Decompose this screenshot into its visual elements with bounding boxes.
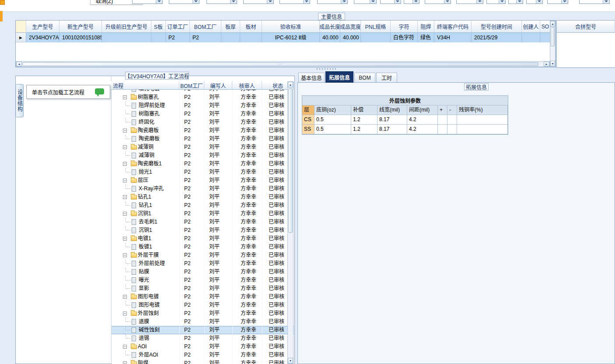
tree-row[interactable]: −沉铜1P2刘平方幸幸已审核: [112, 210, 294, 218]
tree-row[interactable]: 钻孔1P2刘平方幸幸已审核: [112, 201, 294, 210]
tree-row[interactable]: X-Ray冲孔P2刘平方幸幸已审核: [112, 185, 294, 193]
toolbar-combo-14[interactable]: [547, 0, 568, 4]
tab-bom[interactable]: BOM: [354, 73, 375, 82]
tree-row[interactable]: −电镀1P2刘平方幸幸已审核: [112, 234, 294, 243]
toolbar-combo-6[interactable]: [354, 0, 377, 4]
main-grid-cell-10[interactable]: 40.000: [340, 33, 361, 42]
collapse-icon[interactable]: −: [123, 178, 127, 182]
collapse-icon[interactable]: −: [123, 237, 127, 241]
main-grid-cell-12[interactable]: 白色字符: [391, 33, 418, 42]
tree-row[interactable]: −钻孔1P2刘平方幸幸已审核: [112, 193, 294, 201]
main-grid-col-16[interactable]: 创建人: [522, 21, 540, 33]
tree-row[interactable]: −减薄铜P2刘平方幸幸已审核: [112, 143, 294, 151]
tree-row[interactable]: 去毛刺1P2刘平方幸幸已审核: [112, 218, 294, 226]
main-grid-cell-7[interactable]: [240, 33, 262, 42]
tree-row[interactable]: 板镀1P2刘平方幸幸已审核: [112, 243, 294, 251]
tree-row[interactable]: −外层蚀刻P2刘平方幸幸已审核: [112, 309, 294, 318]
main-grid-cell-6[interactable]: [221, 33, 240, 42]
main-grid-cell-14[interactable]: V34H: [434, 33, 472, 42]
tree-row[interactable]: −外层干膜P2刘平方幸幸已审核: [112, 251, 294, 259]
tree-row[interactable]: −陶瓷磨板P2刘平方幸幸已审核: [112, 126, 294, 135]
tree-row[interactable]: −陶瓷磨板1P2刘平方幸幸已审核: [112, 160, 294, 168]
toolbar-combo-1[interactable]: [169, 0, 199, 4]
collapse-icon[interactable]: −: [123, 129, 127, 133]
main-grid-col-15[interactable]: 型号创建时间: [472, 21, 522, 33]
dropdown-arrow-icon[interactable]: [394, 0, 401, 4]
tree-row[interactable]: 减薄铜P2刘平方幸幸已审核: [112, 151, 294, 160]
main-grid-hscrollbar[interactable]: ◄ ►: [16, 61, 550, 67]
collapse-icon[interactable]: −: [123, 312, 127, 315]
main-grid-vscrollbar[interactable]: ▲ ▼: [550, 21, 556, 67]
tree-row[interactable]: 沉铜1P2刘平方幸幸已审核: [112, 226, 294, 234]
tree-row[interactable]: −AOIP2刘平方幸幸已审核: [112, 343, 294, 351]
tree-row[interactable]: 碱性蚀刻P2刘平方幸幸已审核: [112, 326, 294, 334]
tab-work-hours[interactable]: 工时: [376, 73, 397, 82]
dropdown-arrow-icon[interactable]: [412, 0, 419, 4]
main-grid-cell-0[interactable]: 2V34HOY7A0: [26, 33, 59, 42]
tree-row[interactable]: 外层前处理P2刘平方幸幸已审核: [112, 259, 294, 268]
main-grid-cell-13[interactable]: 绿色: [418, 33, 434, 42]
main-grid-cell-8[interactable]: IPC-6012 Ⅱ级: [262, 33, 320, 42]
tree-row[interactable]: 外层AOIP2刘平方幸幸已审核: [112, 351, 294, 359]
main-grid-col-8[interactable]: 验收标准: [262, 21, 320, 33]
toolbar-combo-2[interactable]: [206, 0, 237, 4]
main-grid-col-11[interactable]: PNL规格: [361, 21, 391, 33]
tree-row[interactable]: −图形电镀P2刘平方幸幸已审核: [112, 293, 294, 301]
tab-basic-info[interactable]: 基本信息: [298, 73, 325, 82]
dropdown-arrow-icon[interactable]: [561, 0, 568, 4]
tree-vscrollbar[interactable]: ▲ ▼: [287, 81, 294, 364]
main-grid-cell-4[interactable]: P2: [166, 33, 190, 42]
splitter-handle[interactable]: [317, 68, 337, 70]
dropdown-arrow-icon[interactable]: [303, 0, 310, 4]
tree-row[interactable]: 贴膜P2刘平方幸幸已审核: [112, 268, 294, 276]
toolbar-combo-4[interactable]: [280, 0, 310, 4]
main-grid-cell-17[interactable]: [540, 33, 551, 42]
collapse-icon[interactable]: −: [123, 212, 127, 216]
vscroll-thumb[interactable]: [288, 88, 293, 233]
toolbar-combo-11[interactable]: [486, 0, 506, 4]
main-grid-col-2[interactable]: 升级前旧生产型号: [102, 21, 151, 33]
tab-extended-info[interactable]: 拓展信息: [325, 71, 353, 83]
dropdown-arrow-icon[interactable]: [341, 0, 347, 4]
tree-row[interactable]: −层压P2刘平方幸幸已审核: [112, 176, 294, 185]
main-grid-col-4[interactable]: 订单工厂: [166, 21, 190, 33]
main-grid-col-0[interactable]: 生产型号: [26, 21, 59, 33]
vscroll-thumb[interactable]: [551, 27, 555, 46]
main-grid-col-3[interactable]: S板: [151, 21, 166, 33]
tree-col-1[interactable]: BOM工厂: [179, 81, 204, 90]
collapse-icon[interactable]: −: [123, 295, 127, 299]
collapse-icon[interactable]: −: [123, 95, 127, 99]
collapse-icon[interactable]: −: [123, 253, 127, 257]
tree-row[interactable]: 曝光P2刘平方幸幸已审核: [112, 276, 294, 284]
main-grid-cell-15[interactable]: 2021/5/29: [472, 33, 522, 42]
collapse-icon[interactable]: −: [123, 345, 127, 349]
scroll-up-icon[interactable]: ▲: [550, 21, 555, 27]
main-grid-col-7[interactable]: 板材: [240, 21, 262, 33]
main-grid-row[interactable]: ▶ 2V34HOY7A010010200151085P2P2IPC-6012 Ⅱ…: [16, 33, 551, 42]
dropdown-arrow-icon[interactable]: [516, 0, 523, 4]
dropdown-arrow-icon[interactable]: [192, 0, 199, 4]
main-grid-col-10[interactable]: 成品宽度: [340, 21, 361, 33]
main-grid-col-12[interactable]: 字符: [391, 21, 418, 33]
toolbar-combo-0[interactable]: [132, 0, 163, 4]
collapse-icon[interactable]: −: [123, 195, 127, 199]
tree-col-0[interactable]: 流程: [111, 81, 179, 90]
main-grid-col-5[interactable]: BOM工厂: [190, 21, 221, 33]
main-grid-cell-16[interactable]: [522, 33, 540, 42]
collapse-icon[interactable]: −: [123, 162, 127, 166]
scroll-up-icon[interactable]: ▲: [288, 82, 293, 88]
main-grid-col-14[interactable]: 终端客户代码: [434, 21, 472, 33]
main-grid-cell-9[interactable]: 40.000: [320, 33, 340, 42]
tree-row[interactable]: 终固化P2刘平方幸幸已审核: [112, 118, 294, 126]
toolbar-combo-9[interactable]: [425, 0, 451, 4]
main-grid-cell-11[interactable]: [361, 33, 391, 42]
tree-row[interactable]: 显影P2刘平方幸幸已审核: [112, 284, 294, 293]
toolbar-combo-8[interactable]: [404, 0, 419, 4]
device-structure-tab[interactable]: 设备结构: [16, 84, 24, 117]
dropdown-arrow-icon[interactable]: [370, 0, 376, 4]
toolbar-combo-10[interactable]: [456, 0, 483, 4]
collapse-icon[interactable]: −: [123, 361, 127, 364]
scroll-down-icon[interactable]: ▼: [288, 358, 293, 364]
dropdown-arrow-icon[interactable]: [156, 0, 162, 4]
main-grid-cell-5[interactable]: P2: [190, 33, 221, 42]
